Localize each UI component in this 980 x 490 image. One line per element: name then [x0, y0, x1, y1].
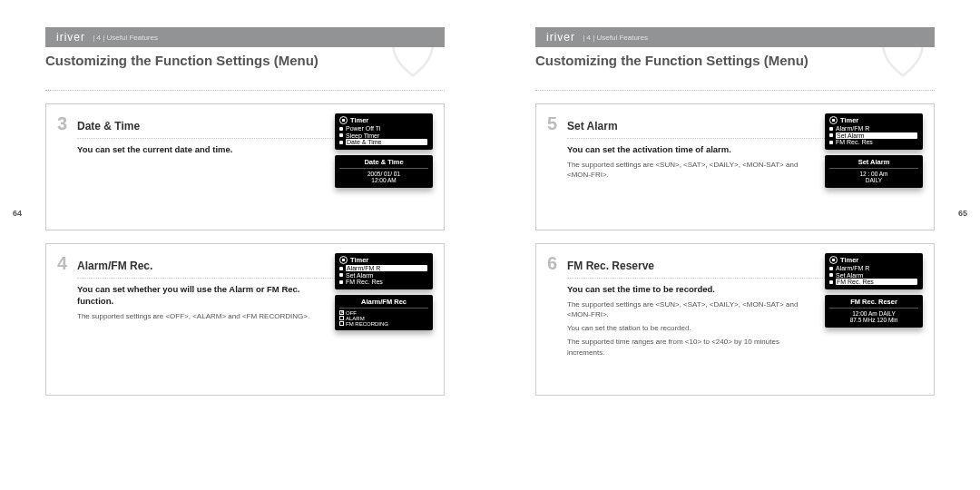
device-screens: Timer Power Off Ti Sleep Timer Date & Ti… — [335, 113, 433, 188]
step-description: You can set the activation time of alarm… — [567, 144, 803, 156]
step-number: 3 — [57, 113, 77, 134]
device-screens: Timer Alarm/FM R Set Alarm FM Rec. Res S… — [825, 113, 923, 188]
lcd-detail-title: Set Alarm — [829, 158, 918, 169]
step-description: You can set the current date and time. — [77, 144, 313, 156]
lcd-item-selected: Set Alarm — [829, 132, 918, 139]
header-bar: iriver | 4 | Useful Features — [45, 27, 445, 47]
manual-spread: 64 iriver | 4 | Useful Features Customiz… — [0, 0, 980, 490]
lcd-menu: Timer Power Off Ti Sleep Timer Date & Ti… — [335, 113, 433, 150]
lcd-item: Alarm/FM R — [829, 265, 918, 271]
step-number: 6 — [547, 253, 567, 274]
lcd-detail-body: 12:00 Am DAILY 87.5 MHz 120 Min — [829, 310, 918, 325]
lcd-item: Set Alarm — [339, 272, 428, 279]
page-right: 65 iriver | 4 | Useful Features Customiz… — [490, 0, 980, 490]
lcd-detail: Alarm/FM Rec OFF ALARM FM RECORDING — [335, 295, 433, 330]
brand-logo: iriver — [546, 31, 575, 44]
step-title: Alarm/FM Rec. — [77, 260, 152, 272]
lcd-title: Timer — [339, 116, 428, 124]
lcd-detail-body: 12 : 00 Am DAILY — [829, 171, 918, 185]
lcd-title: Timer — [339, 256, 428, 264]
lcd-checklist: OFF ALARM FM RECORDING — [339, 310, 428, 327]
lcd-title: Timer — [829, 256, 918, 264]
step-title: Date & Time — [77, 120, 140, 132]
step-number: 4 — [57, 253, 77, 274]
lcd-item-selected: Alarm/FM R — [339, 265, 428, 271]
step-title: Set Alarm — [567, 120, 618, 132]
breadcrumb: | 4 | Useful Features — [581, 34, 648, 42]
step-note: The supported time ranges are from <10> … — [567, 337, 803, 357]
lcd-title: Timer — [829, 116, 918, 124]
checkbox-off-icon — [339, 316, 344, 320]
step-note: You can set the station to be recorded. — [567, 323, 803, 333]
feature-box-set-alarm: 5 Set Alarm You can set the activation t… — [535, 103, 935, 230]
page-number-left: 64 — [13, 209, 22, 218]
brand-logo: iriver — [56, 31, 85, 44]
device-screens: Timer Alarm/FM R Set Alarm FM Rec. Res A… — [335, 253, 433, 330]
page-left: 64 iriver | 4 | Useful Features Customiz… — [0, 0, 490, 490]
page-number-right: 65 — [958, 209, 967, 218]
lcd-detail: Set Alarm 12 : 00 Am DAILY — [825, 155, 923, 189]
lcd-item-selected: FM Rec. Res — [829, 279, 918, 285]
feature-box-alarm-fm: 4 Alarm/FM Rec. You can set whether you … — [45, 243, 445, 396]
lcd-detail-title: Alarm/FM Rec — [339, 298, 428, 309]
lcd-detail-title: Date & Time — [339, 158, 428, 169]
checkbox-off-icon — [339, 321, 344, 326]
lcd-item: Set Alarm — [829, 272, 918, 279]
step-note: The supported settings are <SUN>, <SAT>,… — [567, 299, 803, 319]
lcd-menu: Timer Alarm/FM R Set Alarm FM Rec. Res — [825, 253, 923, 289]
lcd-item-selected: Date & Time — [339, 139, 428, 145]
divider — [45, 90, 445, 91]
lcd-menu: Timer Alarm/FM R Set Alarm FM Rec. Res — [825, 113, 923, 150]
lcd-item: Alarm/FM R — [829, 125, 918, 132]
lcd-detail-body: 2005/ 01/ 01 12:00 AM — [339, 171, 428, 185]
header-bar: iriver | 4 | Useful Features — [535, 27, 935, 47]
lcd-item: Power Off Ti — [339, 125, 428, 132]
lcd-item: FM Rec. Res — [829, 139, 918, 145]
feature-box-date-time: 3 Date & Time You can set the current da… — [45, 103, 445, 230]
divider — [535, 90, 935, 91]
lcd-item: FM Rec. Res — [339, 279, 428, 285]
checkbox-on-icon — [339, 310, 344, 315]
lcd-detail: FM Rec. Reser 12:00 Am DAILY 87.5 MHz 12… — [825, 295, 923, 328]
lcd-detail: Date & Time 2005/ 01/ 01 12:00 AM — [335, 155, 433, 189]
step-description: You can set the time to be recorded. — [567, 284, 803, 296]
breadcrumb: | 4 | Useful Features — [91, 34, 158, 42]
lcd-item: Sleep Timer — [339, 132, 428, 139]
step-note: The supported settings are <OFF>, <ALARM… — [77, 311, 313, 321]
lcd-detail-title: FM Rec. Reser — [829, 298, 918, 309]
step-note: The supported settings are <SUN>, <SAT>,… — [567, 160, 803, 180]
step-number: 5 — [547, 113, 567, 134]
step-title: FM Rec. Reserve — [567, 260, 654, 272]
feature-box-fm-reserve: 6 FM Rec. Reserve You can set the time t… — [535, 243, 935, 396]
lcd-menu: Timer Alarm/FM R Set Alarm FM Rec. Res — [335, 253, 433, 289]
device-screens: Timer Alarm/FM R Set Alarm FM Rec. Res F… — [825, 253, 923, 328]
step-description: You can set whether you will use the Ala… — [77, 284, 313, 308]
